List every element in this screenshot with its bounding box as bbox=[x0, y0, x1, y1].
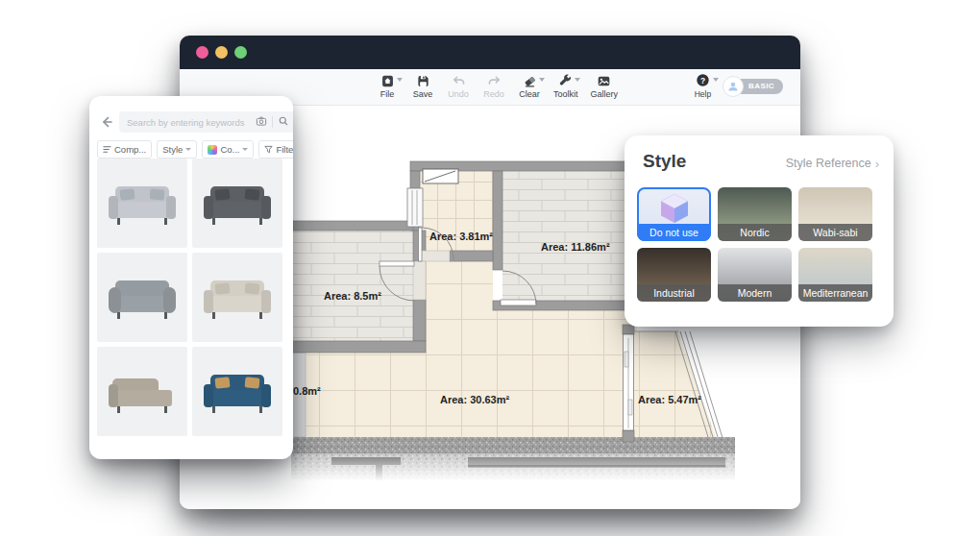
style-option-do-not-use[interactable]: Do not use bbox=[637, 187, 711, 241]
screenshot-root: File Save Undo bbox=[0, 0, 980, 536]
chevron-right-icon: › bbox=[875, 157, 879, 171]
furniture-item-beige-chaise-sofa[interactable] bbox=[97, 347, 187, 436]
wrench-icon bbox=[558, 73, 573, 88]
search-divider bbox=[272, 116, 273, 128]
area-label-balcony: Area: 5.47m² bbox=[638, 394, 701, 405]
exterior-ground bbox=[291, 437, 735, 453]
minimize-window-button[interactable] bbox=[215, 46, 228, 59]
help-button[interactable]: ? Help bbox=[695, 73, 711, 99]
area-label-partial: 0.8m² bbox=[293, 385, 321, 397]
style-option-nordic[interactable]: Nordic bbox=[718, 187, 792, 241]
area-label-small-room: Area: 3.81m² bbox=[429, 231, 493, 242]
style-option-industrial[interactable]: Industrial bbox=[637, 248, 711, 302]
furniture-grid bbox=[97, 158, 282, 436]
filter-chip-color[interactable]: Co... bbox=[202, 140, 254, 158]
furniture-item-cream-sofa[interactable] bbox=[192, 253, 282, 342]
room-right-floor[interactable] bbox=[502, 171, 637, 301]
maximize-window-button[interactable] bbox=[234, 46, 247, 59]
filter-chip-components[interactable]: Comp... bbox=[97, 140, 152, 158]
style-option-wabi-sabi[interactable]: Wabi-sabi bbox=[798, 187, 872, 241]
chevron-down-icon bbox=[185, 148, 191, 151]
svg-text:?: ? bbox=[700, 76, 705, 85]
ground-fade bbox=[291, 453, 735, 486]
user-avatar-icon bbox=[723, 76, 744, 97]
funnel-icon bbox=[264, 145, 273, 154]
back-arrow-icon[interactable] bbox=[99, 114, 114, 130]
clear-caret-icon bbox=[539, 78, 545, 82]
room-left-floor[interactable] bbox=[293, 231, 413, 341]
undo-icon bbox=[452, 73, 466, 88]
area-label-living: Area: 30.63m² bbox=[440, 394, 509, 405]
help-icon: ? bbox=[696, 73, 710, 89]
help-label: Help bbox=[695, 89, 711, 99]
furniture-item-dark-gray-sofa[interactable] bbox=[192, 158, 282, 248]
redo-label: Redo bbox=[483, 89, 504, 99]
door-threshold bbox=[413, 261, 426, 300]
redo-button[interactable]: Redo bbox=[482, 73, 505, 99]
furniture-item-blue-fabric-sofa[interactable] bbox=[192, 347, 282, 436]
file-icon bbox=[380, 73, 395, 88]
style-option-modern[interactable]: Modern bbox=[718, 248, 792, 302]
list-lines-icon bbox=[103, 145, 111, 154]
gallery-label: Gallery bbox=[591, 89, 619, 99]
toolkit-label: Toolkit bbox=[553, 89, 578, 99]
color-swatch-icon bbox=[208, 145, 217, 155]
search-box bbox=[119, 111, 293, 133]
magnifier-icon[interactable] bbox=[278, 113, 289, 131]
camera-icon[interactable] bbox=[256, 113, 267, 131]
furniture-item-gray-loveseat[interactable] bbox=[97, 253, 187, 342]
style-panel: Style Style Reference › Do not use Nordi… bbox=[625, 135, 894, 327]
area-label-right-room: Area: 11.86m² bbox=[541, 241, 610, 253]
filter-chip-style[interactable]: Style bbox=[157, 140, 197, 158]
door-threshold bbox=[420, 251, 450, 261]
account-menu[interactable]: BASIC bbox=[734, 79, 783, 94]
save-button[interactable]: Save bbox=[411, 73, 434, 99]
file-button[interactable]: File bbox=[376, 73, 399, 99]
toolkit-button[interactable]: Toolkit bbox=[553, 73, 578, 99]
style-panel-title: Style bbox=[643, 151, 686, 172]
style-options-grid: Do not use Nordic Wabi-sabi Industrial M… bbox=[637, 187, 872, 302]
clear-button[interactable]: Clear bbox=[518, 73, 541, 99]
style-option-mediterranean[interactable]: Mediterranean bbox=[798, 248, 872, 302]
close-window-button[interactable] bbox=[196, 46, 208, 59]
search-input[interactable] bbox=[125, 116, 256, 129]
file-caret-icon bbox=[397, 78, 403, 82]
toolkit-caret-icon bbox=[575, 78, 580, 82]
sliding-door[interactable] bbox=[624, 334, 634, 430]
furniture-catalog-panel: Comp... Style Co... Filters bbox=[89, 96, 293, 459]
undo-button[interactable]: Undo bbox=[447, 73, 470, 99]
chevron-down-icon bbox=[242, 148, 248, 151]
undo-label: Undo bbox=[448, 89, 469, 99]
style-reference-link[interactable]: Style Reference › bbox=[786, 157, 879, 171]
eraser-icon bbox=[523, 73, 537, 88]
save-icon bbox=[416, 73, 430, 88]
help-caret-icon bbox=[713, 78, 719, 82]
gallery-button[interactable]: Gallery bbox=[591, 73, 619, 99]
gallery-icon bbox=[597, 73, 611, 88]
save-label: Save bbox=[413, 89, 433, 99]
clear-label: Clear bbox=[519, 89, 540, 99]
redo-icon bbox=[487, 73, 502, 88]
window-titlebar bbox=[180, 36, 800, 69]
filter-chip-filters[interactable]: Filters bbox=[258, 140, 293, 158]
area-label-left-room: Area: 8.5m² bbox=[324, 290, 381, 302]
file-label: File bbox=[380, 89, 395, 99]
furniture-item-light-gray-sofa[interactable] bbox=[97, 158, 187, 248]
